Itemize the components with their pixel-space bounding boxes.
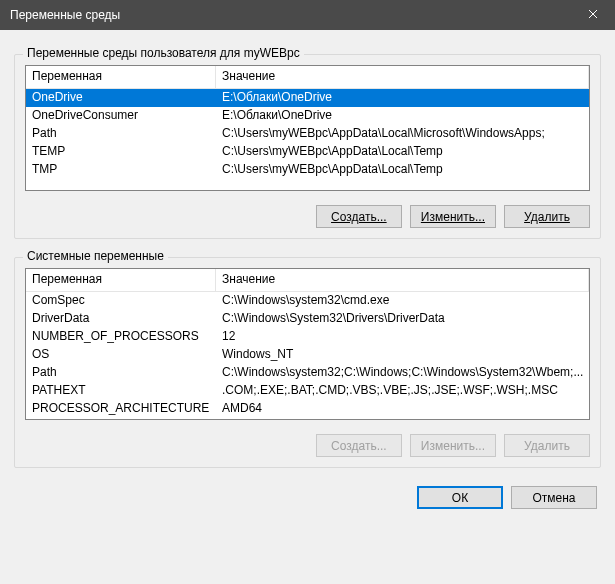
cell-variable: TMP bbox=[26, 161, 216, 179]
system-variables-list[interactable]: Переменная Значение ComSpecC:\Windows\sy… bbox=[25, 268, 590, 420]
user-group-label: Переменные среды пользователя для myWEBp… bbox=[23, 46, 304, 60]
user-new-button[interactable]: Создать... bbox=[316, 205, 402, 228]
system-new-button[interactable]: Создать... bbox=[316, 434, 402, 457]
cell-variable: PROCESSOR_ARCHITECTURE bbox=[26, 400, 216, 418]
table-row[interactable]: OneDriveE:\Облаки\OneDrive bbox=[26, 89, 589, 107]
table-row[interactable]: DriverDataC:\Windows\System32\Drivers\Dr… bbox=[26, 310, 589, 328]
cell-variable: OneDriveConsumer bbox=[26, 107, 216, 125]
ok-button[interactable]: ОК bbox=[417, 486, 503, 509]
cell-value: C:\Windows\system32;C:\Windows;C:\Window… bbox=[216, 364, 589, 382]
table-row[interactable]: PATHEXT.COM;.EXE;.BAT;.CMD;.VBS;.VBE;.JS… bbox=[26, 382, 589, 400]
user-variables-list[interactable]: Переменная Значение OneDriveE:\Облаки\On… bbox=[25, 65, 590, 191]
cell-value: 12 bbox=[216, 328, 589, 346]
cell-value: C:\Windows\System32\Drivers\DriverData bbox=[216, 310, 589, 328]
cancel-button[interactable]: Отмена bbox=[511, 486, 597, 509]
table-row[interactable]: PathC:\Windows\system32;C:\Windows;C:\Wi… bbox=[26, 364, 589, 382]
table-row[interactable]: OSWindows_NT bbox=[26, 346, 589, 364]
cell-variable: ComSpec bbox=[26, 292, 216, 310]
titlebar: Переменные среды bbox=[0, 0, 615, 30]
table-row[interactable]: TEMPC:\Users\myWEBpc\AppData\Local\Temp bbox=[26, 143, 589, 161]
cell-variable: Path bbox=[26, 364, 216, 382]
dialog-buttons: ОК Отмена bbox=[14, 486, 601, 509]
close-icon bbox=[588, 8, 598, 22]
cell-variable: TEMP bbox=[26, 143, 216, 161]
list-header: Переменная Значение bbox=[26, 66, 589, 89]
column-header-value[interactable]: Значение bbox=[216, 269, 589, 291]
cell-value: Windows_NT bbox=[216, 346, 589, 364]
column-header-variable[interactable]: Переменная bbox=[26, 269, 216, 291]
table-row[interactable]: OneDriveConsumerE:\Облаки\OneDrive bbox=[26, 107, 589, 125]
cell-variable: PATHEXT bbox=[26, 382, 216, 400]
cell-value: C:\Users\myWEBpc\AppData\Local\Temp bbox=[216, 143, 589, 161]
system-group-label: Системные переменные bbox=[23, 249, 168, 263]
cell-value: E:\Облаки\OneDrive bbox=[216, 107, 589, 125]
system-buttons: Создать... Изменить... Удалить bbox=[25, 434, 590, 457]
cell-value: C:\Users\myWEBpc\AppData\Local\Microsoft… bbox=[216, 125, 589, 143]
cell-variable: Path bbox=[26, 125, 216, 143]
cell-value: E:\Облаки\OneDrive bbox=[216, 89, 589, 107]
system-delete-button[interactable]: Удалить bbox=[504, 434, 590, 457]
cell-value: AMD64 bbox=[216, 400, 589, 418]
close-button[interactable] bbox=[570, 0, 615, 30]
table-row[interactable]: NUMBER_OF_PROCESSORS12 bbox=[26, 328, 589, 346]
cell-variable: OS bbox=[26, 346, 216, 364]
table-row[interactable]: PROCESSOR_ARCHITECTUREAMD64 bbox=[26, 400, 589, 418]
cell-value: .COM;.EXE;.BAT;.CMD;.VBS;.VBE;.JS;.JSE;.… bbox=[216, 382, 589, 400]
column-header-variable[interactable]: Переменная bbox=[26, 66, 216, 88]
table-row[interactable]: PathC:\Users\myWEBpc\AppData\Local\Micro… bbox=[26, 125, 589, 143]
user-delete-button[interactable]: Удалить bbox=[504, 205, 590, 228]
cell-value: C:\Users\myWEBpc\AppData\Local\Temp bbox=[216, 161, 589, 179]
window-title: Переменные среды bbox=[10, 8, 120, 22]
cell-variable: OneDrive bbox=[26, 89, 216, 107]
user-variables-group: Переменные среды пользователя для myWEBp… bbox=[14, 54, 601, 239]
dialog-body: Переменные среды пользователя для myWEBp… bbox=[0, 30, 615, 523]
cell-variable: DriverData bbox=[26, 310, 216, 328]
system-variables-group: Системные переменные Переменная Значение… bbox=[14, 257, 601, 468]
user-edit-button[interactable]: Изменить... bbox=[410, 205, 496, 228]
cell-variable: NUMBER_OF_PROCESSORS bbox=[26, 328, 216, 346]
list-header: Переменная Значение bbox=[26, 269, 589, 292]
system-edit-button[interactable]: Изменить... bbox=[410, 434, 496, 457]
user-buttons: Создать... Изменить... Удалить bbox=[25, 205, 590, 228]
cell-value: C:\Windows\system32\cmd.exe bbox=[216, 292, 589, 310]
column-header-value[interactable]: Значение bbox=[216, 66, 589, 88]
table-row[interactable]: ComSpecC:\Windows\system32\cmd.exe bbox=[26, 292, 589, 310]
table-row[interactable]: TMPC:\Users\myWEBpc\AppData\Local\Temp bbox=[26, 161, 589, 179]
